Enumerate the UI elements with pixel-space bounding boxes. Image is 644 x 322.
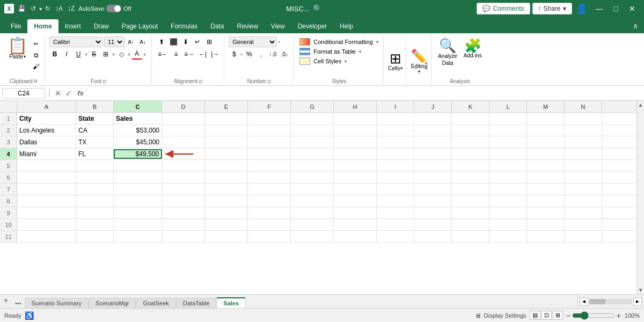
hscroll-left-btn[interactable]: ◄ [580, 297, 588, 306]
align-middle-btn[interactable]: ⬛ [168, 36, 179, 47]
cell-a1[interactable]: City [17, 113, 76, 124]
cell-g1[interactable] [291, 113, 334, 124]
tab-data[interactable]: Data [204, 19, 230, 33]
row-num-1[interactable]: 1 [0, 113, 17, 124]
cell-i2[interactable] [377, 125, 414, 136]
cell-d4[interactable] [162, 148, 205, 159]
tab-help[interactable]: Help [333, 19, 360, 33]
cell-e3[interactable] [205, 136, 248, 148]
row-num-11[interactable]: 11 [0, 231, 17, 242]
underline-button[interactable]: U [73, 49, 84, 60]
cell-h1[interactable] [334, 113, 377, 124]
align-left-btn[interactable]: ≡← [156, 49, 170, 60]
page-break-view-btn[interactable]: ⊞ [553, 311, 563, 320]
autosave-toggle[interactable]: AutoSave Off [78, 5, 131, 12]
col-header-e[interactable]: E [205, 101, 248, 112]
cell-g2[interactable] [291, 125, 334, 136]
col-header-j[interactable]: J [414, 101, 452, 112]
cell-a2[interactable]: Los Angeles [17, 125, 76, 136]
row-num-2[interactable]: 2 [0, 125, 17, 136]
row-num-5[interactable]: 5 [0, 160, 17, 171]
redo-btn[interactable]: ↻ [43, 4, 52, 13]
cell-g4[interactable] [291, 148, 334, 159]
border-button[interactable]: ⊞ [100, 49, 111, 60]
number-launcher[interactable]: ⊡ [267, 79, 272, 84]
sheet-tab-sales[interactable]: Sales [216, 297, 246, 308]
font-launcher[interactable]: ⊡ [103, 79, 107, 84]
tab-developer[interactable]: Developer [291, 19, 334, 33]
cell-j4[interactable] [414, 148, 452, 159]
autosave-track[interactable] [106, 5, 121, 12]
percent-btn[interactable]: % [244, 49, 254, 60]
undo-btn[interactable]: ↺ [29, 4, 38, 13]
cell-h4[interactable] [334, 148, 377, 159]
cell-e4[interactable] [205, 148, 248, 159]
paste-button[interactable]: 📋 Paste ▾ [5, 36, 30, 61]
cell-m3[interactable] [527, 136, 565, 148]
zoom-out-btn[interactable]: − [566, 311, 570, 320]
tab-insert[interactable]: Insert [58, 19, 87, 33]
tab-page-layout[interactable]: Page Layout [115, 19, 164, 33]
accessibility-icon[interactable]: ♿ [25, 311, 34, 320]
sort-desc-btn[interactable]: ↕Z [66, 4, 76, 13]
cell-c2[interactable]: $53,000 [114, 125, 162, 136]
cell-i3[interactable] [377, 136, 414, 148]
align-top-btn[interactable]: ⬆ [156, 36, 167, 47]
zoom-in-btn[interactable]: + [617, 311, 621, 320]
share-button[interactable]: ↑ Share ▾ [532, 3, 572, 14]
cell-k2[interactable] [452, 125, 489, 136]
hscroll-track[interactable] [589, 299, 632, 304]
bold-button[interactable]: B [49, 49, 60, 60]
row-num-8[interactable]: 8 [0, 195, 17, 207]
sheet-tab-scenario-summary[interactable]: Scenario Summary [25, 298, 89, 308]
cell-m2[interactable] [527, 125, 565, 136]
col-header-c[interactable]: C [114, 101, 162, 112]
tab-draw[interactable]: Draw [87, 19, 115, 33]
align-center-btn[interactable]: ≡ [171, 49, 181, 60]
conditional-formatting-btn[interactable]: Conditional Formatting ▾ [298, 38, 380, 46]
cell-n4[interactable] [565, 148, 602, 159]
cell-d1[interactable] [162, 113, 205, 124]
font-name-select[interactable]: Calibri [49, 36, 103, 47]
cell-a3[interactable]: Dallas [17, 136, 76, 148]
tab-home[interactable]: Home [27, 19, 58, 33]
cell-k3[interactable] [452, 136, 489, 148]
page-layout-view-btn[interactable]: ⊡ [541, 311, 552, 320]
align-bottom-btn[interactable]: ⬇ [180, 36, 191, 47]
comments-button[interactable]: 💬 Comments [477, 3, 530, 14]
cell-h3[interactable] [334, 136, 377, 148]
cell-b1[interactable]: State [76, 113, 114, 124]
analyze-data-btn[interactable]: 🔍 AnalyzeData [436, 38, 459, 68]
cell-j1[interactable] [414, 113, 452, 124]
col-header-a[interactable]: A [17, 101, 76, 112]
italic-button[interactable]: I [61, 49, 72, 60]
decrease-font-btn[interactable]: A↓ [137, 36, 148, 47]
fill-color-button[interactable]: ◇ [116, 49, 127, 60]
cell-k1[interactable] [452, 113, 489, 124]
normal-view-btn[interactable]: ▤ [530, 311, 540, 320]
hscroll-thumb[interactable] [589, 299, 605, 304]
col-header-f[interactable]: F [248, 101, 291, 112]
add-sheet-btn[interactable]: + [0, 295, 12, 306]
col-header-d[interactable]: D [162, 101, 205, 112]
col-header-n[interactable]: N [565, 101, 602, 112]
cell-b2[interactable]: CA [76, 125, 114, 136]
decrease-indent-btn[interactable]: ←| [197, 49, 208, 60]
close-button[interactable]: ✕ [625, 3, 640, 14]
confirm-formula-btn[interactable]: ✓ [64, 89, 73, 98]
format-painter-button[interactable]: 🖌 [31, 61, 41, 72]
cell-l1[interactable] [489, 113, 527, 124]
minimize-button[interactable]: — [591, 3, 608, 14]
row-num-3[interactable]: 3 [0, 136, 17, 148]
col-header-k[interactable]: K [452, 101, 489, 112]
clipboard-launcher[interactable]: ⧉ [34, 78, 37, 84]
row-num-10[interactable]: 10 [0, 219, 17, 230]
cell-m4[interactable] [527, 148, 565, 159]
cell-c4[interactable]: $49,500 [114, 149, 162, 159]
user-icon[interactable]: 👤 [574, 2, 589, 16]
cell-c5[interactable] [114, 160, 162, 171]
display-settings-text[interactable]: Display Settings [484, 312, 526, 319]
cell-f3[interactable] [248, 136, 291, 148]
cell-b5[interactable] [76, 160, 114, 171]
alignment-launcher[interactable]: ⊡ [199, 79, 203, 84]
